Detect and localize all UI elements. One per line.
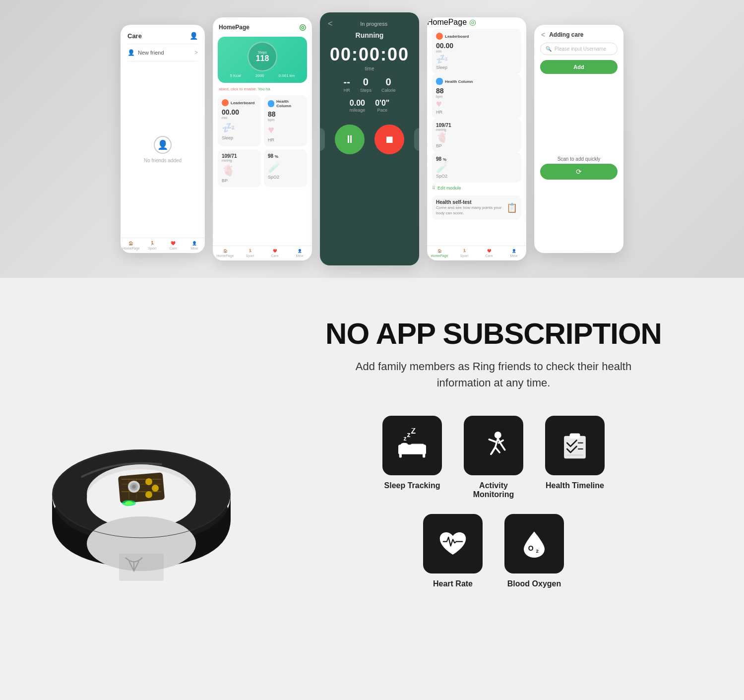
feature-timeline: Health Timeline	[540, 416, 610, 499]
metric-mileage: 0.00 mileage	[350, 99, 366, 113]
adding-care-header: < Adding care	[534, 25, 623, 43]
svg-point-38	[529, 538, 533, 541]
bottom-section: NO APP SUBSCRIPTION Add family members a…	[0, 278, 744, 700]
svg-text:O: O	[528, 544, 534, 552]
svg-point-30	[495, 432, 501, 439]
module-leaderboard: Leaderboard 00.00 min 💤 Sleep	[218, 95, 261, 146]
no-friends-text: No friends added	[144, 158, 182, 163]
care-title: Care	[127, 32, 142, 40]
phone-adding-care: < Adding care 🔍 Please input Username Ad…	[534, 25, 623, 253]
svg-text:z: z	[404, 435, 407, 442]
h2-sleep-icon: 💤	[436, 53, 517, 65]
nav-care[interactable]: ❤️ Care	[163, 241, 184, 250]
svg-text:Z: Z	[411, 428, 416, 435]
running-controls: 🔒 ⏸ ⏹ 👤	[320, 125, 419, 154]
svg-point-13	[132, 485, 136, 489]
feature-heart-rate: Heart Rate	[418, 514, 488, 588]
scan-button[interactable]: ⟳	[540, 164, 618, 180]
timeline-icon	[558, 428, 592, 463]
home1-header: HomePage ◎	[213, 17, 312, 35]
phone-running: < In progress Running 00:00:00 time -- H…	[320, 12, 419, 265]
heart-rate-icon	[435, 526, 470, 561]
scan-label: Scan to add quickly	[534, 152, 623, 164]
nav-care1[interactable]: ❤️ Care	[262, 249, 287, 257]
back-icon[interactable]: <	[328, 19, 332, 28]
h2-bp-icon: 🫀	[436, 131, 517, 143]
health-test-icon: 📋	[506, 202, 517, 213]
svg-point-16	[145, 491, 152, 498]
health-col-icon	[268, 100, 274, 107]
sleep-tracking-icon-box: z z Z	[382, 416, 442, 475]
heart-rate-label: Heart Rate	[433, 579, 473, 588]
stop-button[interactable]: ⏹	[374, 125, 404, 154]
smart-ring-image	[42, 380, 241, 608]
svg-rect-23	[400, 443, 409, 450]
activity-label: Activity Monitoring	[459, 481, 528, 499]
home2-health-col: Health Column 88 bpm ♥ HR	[432, 74, 521, 119]
user-button[interactable]: 👤	[414, 128, 419, 151]
username-search[interactable]: 🔍 Please input Username	[540, 43, 618, 55]
nav-mine1[interactable]: 👤 Mine	[287, 249, 312, 257]
add-button[interactable]: Add	[540, 60, 618, 74]
nav-care2[interactable]: ❤️ Care	[477, 249, 501, 257]
back-icon2[interactable]: <	[541, 31, 545, 39]
care-person-icon: 👤	[189, 32, 198, 40]
home1-care-icon: ❤️	[273, 249, 277, 253]
care-icon: ❤️	[171, 241, 176, 246]
home1-sport-icon: 🏃	[248, 249, 252, 253]
search-placeholder: Please input Username	[555, 46, 606, 52]
h2-spo2-icon: 🧪	[436, 162, 517, 174]
module-health-column: Health Column 88 bpm ♥ HR	[264, 95, 307, 146]
home1-mine-icon: 👤	[298, 249, 302, 253]
svg-rect-24	[411, 444, 425, 450]
ring-container	[30, 308, 253, 680]
care-content: 👤 No friends added	[121, 62, 205, 238]
care-bottom-nav: 🏠 HomePage 🏃 Sport ❤️ Care 👤 Mine	[121, 238, 205, 253]
spo2-icon: 🧪	[268, 161, 303, 174]
timeline-label: Health Timeline	[546, 481, 604, 490]
svg-rect-28	[399, 453, 402, 458]
activity-icon	[476, 428, 511, 463]
phone-home2: HomePage ◎ Leaderboard 00.00 min 💤 Sleep…	[427, 17, 526, 260]
health-self-test[interactable]: Health self-test Come and see how many p…	[432, 195, 521, 220]
phone-care: Care 👤 👤 New friend > 👤 No friends added…	[121, 25, 205, 253]
svg-rect-29	[423, 453, 425, 458]
svg-point-15	[152, 485, 159, 492]
mine-icon: 👤	[192, 241, 197, 246]
lock-button[interactable]: 🔒	[320, 128, 325, 151]
svg-text:2: 2	[536, 548, 539, 554]
running-time-label: time	[365, 66, 374, 71]
feature-sleep-tracking: z z Z Sleep Tracking	[377, 416, 447, 499]
home2-leaderboard: Leaderboard 00.00 min 💤 Sleep	[432, 29, 521, 74]
blood-oxygen-icon: O 2	[517, 526, 552, 561]
stat-hr: -- HR	[344, 76, 350, 93]
steps-meta: 5 Kcal 2000 0.061 km	[223, 73, 302, 78]
activity-icon-box	[464, 416, 523, 475]
home2-title: HomePage	[427, 18, 467, 26]
nav-mine[interactable]: 👤 Mine	[184, 241, 205, 250]
steps-circle: Steps 118	[248, 42, 277, 71]
nav-sport2[interactable]: 🏃 Sport	[452, 249, 477, 257]
pause-button[interactable]: ⏸	[335, 125, 365, 154]
nav-home1[interactable]: 🏠 HomePage	[213, 249, 238, 257]
features-row2: Heart Rate O 2 Blood Oxygen	[418, 514, 569, 588]
home1-modules: Leaderboard 00.00 min 💤 Sleep Health Col…	[213, 95, 312, 187]
nav-sport1[interactable]: 🏃 Sport	[238, 249, 262, 257]
adding-care-title: Adding care	[549, 31, 583, 38]
nav-home[interactable]: 🏠 HomePage	[121, 241, 142, 250]
h2-sport-icon: 🏃	[462, 249, 467, 253]
features-row1: z z Z Sleep Tracking	[377, 416, 610, 499]
home2-bp: 109/71 mmHg 🫀 BP	[432, 119, 521, 152]
nav-home2[interactable]: 🏠 HomePage	[427, 249, 452, 257]
h2-care-icon: ❤️	[487, 249, 492, 253]
nav-sport[interactable]: 🏃 Sport	[142, 241, 163, 250]
timeline-icon-box	[545, 416, 605, 475]
blood-oxygen-label: Blood Oxygen	[507, 579, 561, 588]
running-status: In progress	[336, 21, 411, 27]
h2-home-icon: 🏠	[437, 249, 442, 253]
edit-module[interactable]: ⠿ Edit module	[427, 183, 526, 193]
nav-mine2[interactable]: 👤 Mine	[501, 249, 526, 257]
h2-hc-icon	[436, 78, 443, 85]
no-friends-icon: 👤	[154, 136, 172, 154]
home2-icon: ◎	[469, 18, 476, 26]
